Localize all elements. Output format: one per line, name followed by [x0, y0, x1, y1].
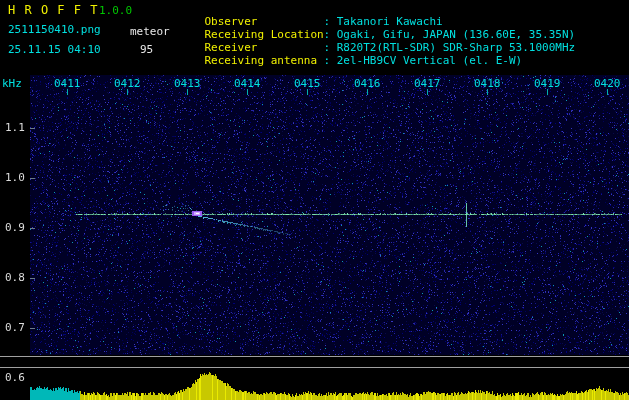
- x-tick-0413: 0413: [174, 78, 201, 90]
- y-tick-1-1: 1.1: [5, 122, 25, 134]
- y-axis-unit-label: kHz: [2, 78, 22, 90]
- y-tick-0-7: 0.7: [5, 322, 25, 334]
- x-tick-0415: 0415: [294, 78, 321, 90]
- count-value: 95: [140, 44, 153, 56]
- x-tick-0412: 0412: [114, 78, 141, 90]
- info-label: Receiving antenna: [205, 55, 324, 67]
- app-title: H R O F F T: [8, 4, 98, 17]
- x-tick-0418: 0418: [474, 78, 501, 90]
- y-tick-1-0: 1.0: [5, 172, 25, 184]
- output-filename: 2511150410.png: [8, 24, 101, 36]
- x-tick-0420: 0420: [594, 78, 621, 90]
- timestamp: 25.11.15 04:10: [8, 44, 101, 56]
- x-tick-0417: 0417: [414, 78, 441, 90]
- y-tick-0-6: 0.6: [5, 372, 25, 384]
- y-tick-0-9: 0.9: [5, 222, 25, 234]
- info-value: : 2el-HB9CV Vertical (el. E-W): [324, 54, 523, 67]
- x-tick-0411: 0411: [54, 78, 81, 90]
- y-tick-0-8: 0.8: [5, 272, 25, 284]
- x-tick-0419: 0419: [534, 78, 561, 90]
- x-tick-0416: 0416: [354, 78, 381, 90]
- x-tick-0414: 0414: [234, 78, 261, 90]
- app-version: 1.0.0: [99, 5, 132, 17]
- info-row-antenna: Receiving antenna: 2el-HB9CV Vertical (e…: [178, 43, 522, 79]
- mode-label: meteor: [130, 26, 170, 38]
- hrofft-spectrogram-window: H R O F F T 1.0.0 2511150410.png meteor …: [0, 0, 629, 400]
